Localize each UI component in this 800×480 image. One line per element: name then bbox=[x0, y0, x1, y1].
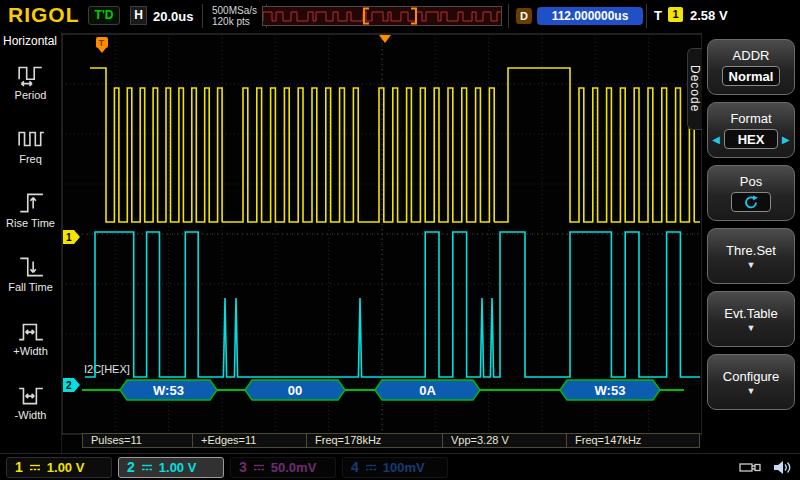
channel-number: 2 bbox=[127, 459, 135, 475]
memory-depth: 120k pts bbox=[212, 16, 257, 27]
left-menu-label: Period bbox=[15, 89, 47, 101]
left-menu-label: -Width bbox=[15, 409, 47, 421]
menu-item-label: Format bbox=[730, 111, 771, 126]
trigger-level-value: 2.58 V bbox=[690, 8, 728, 23]
menu-item-pos[interactable]: Pos bbox=[707, 165, 795, 221]
menu-item-label: Configure bbox=[723, 369, 779, 384]
channel-scale: 1.00 V bbox=[159, 460, 197, 475]
freq-icon bbox=[17, 127, 45, 151]
left-arrow-icon: ◀ bbox=[712, 134, 720, 145]
rise-time-icon bbox=[17, 191, 45, 215]
waveform-canvas: W:53000AW:53I2C[HEX]12T bbox=[62, 32, 702, 453]
channel-number: 4 bbox=[351, 459, 359, 475]
menu-item-label: Thre.Set bbox=[726, 243, 776, 258]
channel-1-status[interactable]: 1 1.00 V bbox=[6, 457, 112, 478]
svg-text:T: T bbox=[99, 38, 105, 48]
menu-item-threshold-set[interactable]: Thre.Set ▼ bbox=[707, 228, 795, 284]
channel-2-status[interactable]: 2 1.00 V bbox=[118, 457, 224, 478]
usb-icon bbox=[739, 460, 761, 479]
channel-scale: 100mV bbox=[383, 460, 425, 475]
left-menu-item-fall-time[interactable]: Fall Time bbox=[0, 242, 61, 306]
menu-item-label: Pos bbox=[740, 174, 762, 189]
waveform-overview-strip[interactable] bbox=[262, 6, 502, 26]
plus-width-icon bbox=[17, 319, 45, 343]
fall-time-icon bbox=[17, 255, 45, 279]
measurement-readout: Freq=178kHz bbox=[306, 433, 443, 448]
left-menu-item-rise-time[interactable]: Rise Time bbox=[0, 178, 61, 242]
left-menu-label: Rise Time bbox=[6, 217, 55, 229]
chevron-down-icon: ▼ bbox=[747, 261, 756, 270]
menu-item-value: Normal bbox=[722, 66, 781, 86]
chevron-down-icon: ▼ bbox=[747, 324, 756, 333]
trigger-label: T bbox=[654, 8, 662, 23]
svg-text:00: 00 bbox=[288, 383, 302, 398]
left-menu-item-period[interactable]: Period bbox=[0, 50, 61, 114]
delay-label: D bbox=[516, 8, 532, 24]
oscilloscope-screen: RIGOL T'D H 20.0us 500MSa/s 120k pts D 1… bbox=[0, 0, 800, 480]
left-menu-label: Freq bbox=[19, 153, 42, 165]
channel-scale: 1.00 V bbox=[47, 460, 85, 475]
menu-item-value: HEX bbox=[724, 129, 778, 149]
horizontal-measure-panel: Horizontal Period Freq Rise Time bbox=[0, 32, 62, 453]
dc-coupling-icon bbox=[141, 458, 153, 476]
speaker-icon bbox=[773, 460, 792, 479]
measurement-readout: Freq=147kHz bbox=[566, 433, 700, 448]
svg-text:1: 1 bbox=[66, 232, 72, 243]
channel-3-status[interactable]: 3 50.0mV bbox=[230, 457, 336, 478]
channel-status-bar: 1 1.00 V 2 1.00 V 3 50.0mV 4 100mV bbox=[0, 453, 800, 480]
menu-item-event-table[interactable]: Evt.Table ▼ bbox=[707, 291, 795, 347]
channel-number: 3 bbox=[239, 459, 247, 475]
chevron-down-icon: ▼ bbox=[747, 387, 756, 396]
sample-rate: 500MSa/s bbox=[212, 5, 257, 16]
left-menu-item-minus-width[interactable]: -Width bbox=[0, 370, 61, 434]
dc-coupling-icon bbox=[29, 458, 41, 476]
measurement-readout: +Edges=11 bbox=[192, 433, 307, 448]
svg-text:0A: 0A bbox=[419, 383, 436, 398]
panel-title: Horizontal bbox=[0, 32, 61, 50]
trigger-status-badge: T'D bbox=[88, 6, 120, 25]
menu-item-label: ADDR bbox=[733, 48, 770, 63]
horizontal-label[interactable]: H bbox=[130, 6, 147, 25]
waveform-display-area: W:53000AW:53I2C[HEX]12T Pulses=11 +Edges… bbox=[62, 32, 702, 453]
channel-scale: 50.0mV bbox=[271, 460, 317, 475]
period-icon bbox=[17, 63, 45, 87]
left-menu-label: Fall Time bbox=[8, 281, 53, 293]
menu-item-configure[interactable]: Configure ▼ bbox=[707, 354, 795, 410]
decode-menu-tab[interactable]: Decode bbox=[687, 48, 702, 130]
minus-width-icon bbox=[17, 383, 45, 407]
timebase-value: 20.0us bbox=[153, 9, 193, 24]
channel-number: 1 bbox=[15, 459, 23, 475]
dc-coupling-icon bbox=[253, 458, 265, 476]
dc-coupling-icon bbox=[365, 458, 377, 476]
svg-text:W:53: W:53 bbox=[595, 383, 626, 398]
channel-4-status[interactable]: 4 100mV bbox=[342, 457, 448, 478]
left-menu-item-freq[interactable]: Freq bbox=[0, 114, 61, 178]
menu-item-addr[interactable]: ADDR Normal bbox=[707, 39, 795, 95]
left-menu-item-plus-width[interactable]: +Width bbox=[0, 306, 61, 370]
svg-text:2: 2 bbox=[66, 380, 72, 391]
menu-item-label: Evt.Table bbox=[724, 306, 777, 321]
acquisition-info: 500MSa/s 120k pts bbox=[202, 4, 267, 28]
separator bbox=[508, 4, 509, 28]
svg-text:W:53: W:53 bbox=[153, 383, 184, 398]
left-menu-label: +Width bbox=[13, 345, 48, 357]
right-arrow-icon: ▶ bbox=[782, 134, 790, 145]
measurement-readout: Pulses=11 bbox=[82, 433, 193, 448]
decode-menu-panel: Decode ADDR Normal Format ◀ HEX ▶ Pos T bbox=[702, 32, 800, 453]
trigger-source-badge: 1 bbox=[668, 7, 683, 22]
svg-text:I2C[HEX]: I2C[HEX] bbox=[84, 363, 130, 375]
delay-value[interactable]: 112.000000us bbox=[537, 7, 643, 25]
separator bbox=[646, 4, 647, 28]
top-status-bar: RIGOL T'D H 20.0us 500MSa/s 120k pts D 1… bbox=[0, 0, 800, 32]
measurement-readout: Vpp=3.28 V bbox=[442, 433, 567, 448]
reset-position-icon bbox=[731, 192, 771, 212]
rigol-logo: RIGOL bbox=[8, 3, 80, 27]
overview-waveform bbox=[263, 7, 501, 25]
menu-item-format[interactable]: Format ◀ HEX ▶ bbox=[707, 102, 795, 158]
